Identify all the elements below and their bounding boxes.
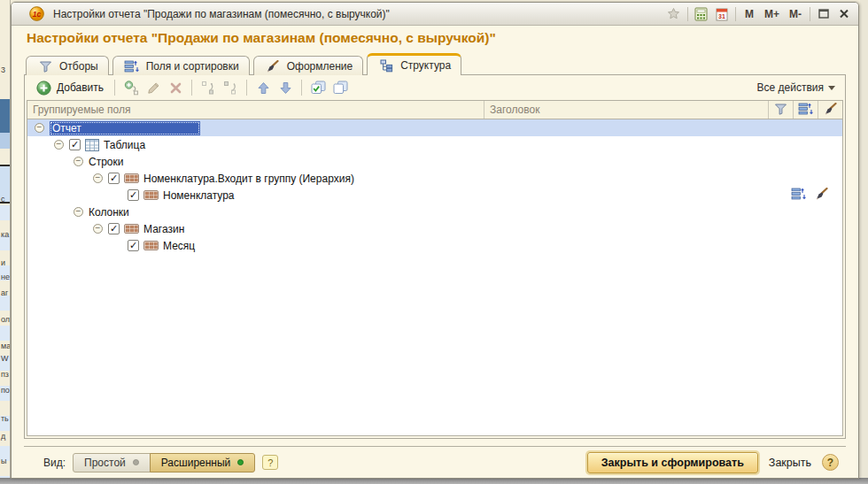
help-button[interactable]: ? xyxy=(822,454,839,471)
calendar-icon[interactable]: 31 xyxy=(715,6,729,22)
view-extended-button[interactable]: Расширенный xyxy=(150,453,256,472)
background-text-fragment: не xyxy=(1,273,10,281)
column-header-appearance xyxy=(818,101,842,119)
tree-row-label: Строки xyxy=(89,156,123,168)
field-icon xyxy=(124,173,139,183)
expander-icon[interactable]: − xyxy=(74,157,83,166)
tree-row[interactable]: −✓Магазин xyxy=(27,220,842,237)
expander-icon[interactable]: − xyxy=(93,224,103,234)
window-titlebar: 1с Настройки отчета "Продажи по магазина… xyxy=(12,3,858,26)
tree-row[interactable]: −✓Месяц xyxy=(27,237,842,254)
tree-row-label: Отчет xyxy=(50,121,200,135)
checkbox[interactable]: ✓ xyxy=(128,240,139,251)
titlebar-separator xyxy=(810,7,810,21)
add-button-label: Добавить xyxy=(57,81,104,94)
svg-text:31: 31 xyxy=(718,12,725,19)
1c-app-icon[interactable]: 1с xyxy=(29,6,44,21)
tab-bar: Отборы Поля и сортировки Оформление Стру… xyxy=(26,54,461,75)
view-simple-button[interactable]: Простой xyxy=(73,453,151,472)
background-text-fragment: ть xyxy=(1,414,9,423)
footer-bar: Вид: Простой Расширенный ? Закрыть и сфо… xyxy=(24,446,846,478)
footer-actions: Закрыть и сформировать Закрыть ? xyxy=(587,452,846,473)
toolbar-separator xyxy=(301,80,302,96)
background-right-strip xyxy=(860,0,868,478)
field-icon xyxy=(143,241,159,250)
green-dot-icon xyxy=(237,459,244,465)
close-icon[interactable] xyxy=(837,6,851,22)
window-title: Настройки отчета "Продажи по магазинам (… xyxy=(53,8,390,20)
titlebar-separator xyxy=(735,7,736,21)
expander-icon[interactable]: − xyxy=(74,207,83,217)
tree-row[interactable]: −✓Номенклатура xyxy=(27,187,842,204)
tree-row[interactable]: −Строки xyxy=(27,153,842,170)
tab-fields-sorting[interactable]: Поля и сортировки xyxy=(112,56,250,75)
tab-appearance[interactable]: Оформление xyxy=(253,56,363,75)
delete-icon[interactable] xyxy=(167,79,184,96)
tab-selections[interactable]: Отборы xyxy=(26,56,109,75)
column-header-sorting xyxy=(793,101,818,119)
background-band xyxy=(0,133,11,149)
row-settings-icons xyxy=(791,187,828,204)
report-settings-window: 1с Настройки отчета "Продажи по магазина… xyxy=(11,2,859,479)
tab-label: Структура xyxy=(400,59,451,72)
sort-fields-icon xyxy=(123,58,141,75)
field-icon xyxy=(143,190,159,200)
favorites-star-icon[interactable] xyxy=(667,6,681,22)
checkbox[interactable]: ✓ xyxy=(108,223,120,234)
add-group-icon[interactable] xyxy=(122,79,140,96)
tree-row[interactable]: −Колонки xyxy=(27,204,842,220)
background-bottom-strip xyxy=(0,478,868,484)
checkbox[interactable]: ✓ xyxy=(69,139,81,150)
expander-icon[interactable]: − xyxy=(35,123,44,133)
all-actions-button[interactable]: Все действия xyxy=(757,81,839,94)
uncheck-all-icon[interactable] xyxy=(331,79,349,96)
tab-label: Поля и сортировки xyxy=(146,60,239,73)
background-text-fragment: по xyxy=(1,386,10,395)
expander-icon[interactable]: − xyxy=(54,140,64,150)
checkbox[interactable]: ✓ xyxy=(128,189,139,201)
funnel-icon xyxy=(36,58,54,75)
calculator-icon[interactable] xyxy=(694,6,709,22)
checkbox[interactable]: ✓ xyxy=(108,173,120,184)
screen: 3cкаинеаголмаWпзпотьды 1с Настройки отче… xyxy=(0,0,868,484)
toolbar-separator xyxy=(114,80,115,96)
structure-grid: Группируемые поля Заголовок −Отчет−✓Табл… xyxy=(27,100,843,436)
close-button[interactable]: Закрыть xyxy=(769,457,811,469)
tree-row[interactable]: −✓Таблица xyxy=(27,136,842,153)
tree-row-label: Колонки xyxy=(89,206,129,219)
check-all-icon[interactable] xyxy=(309,79,327,96)
chevron-down-icon xyxy=(828,86,835,90)
expander-icon[interactable]: − xyxy=(93,173,103,183)
svg-text:1с: 1с xyxy=(33,10,42,19)
add-button[interactable]: Добавить xyxy=(31,77,107,98)
tree-row-label: Номенклатура xyxy=(163,189,235,202)
structure-icon xyxy=(377,57,395,74)
memory-button[interactable]: M xyxy=(742,6,756,22)
background-text-fragment: д xyxy=(1,432,5,441)
move-out-group-icon[interactable] xyxy=(221,79,239,96)
background-text-fragment: пз xyxy=(1,370,9,379)
gray-dot-icon xyxy=(133,459,139,465)
tab-structure[interactable]: Структура xyxy=(367,53,461,75)
close-and-generate-button[interactable]: Закрыть и сформировать xyxy=(587,452,758,473)
sort-fields-icon xyxy=(798,103,813,118)
tree-row[interactable]: −Отчет xyxy=(27,119,842,136)
tree-row[interactable]: −✓Номенклатура.Входит в группу (Иерархия… xyxy=(27,170,842,187)
background-text-fragment: аг xyxy=(1,288,8,297)
brush-icon xyxy=(264,58,282,75)
tree-row-label: Номенклатура.Входит в группу (Иерархия) xyxy=(143,173,354,185)
move-into-group-icon[interactable] xyxy=(199,79,217,96)
move-down-icon[interactable] xyxy=(276,79,294,96)
move-up-icon[interactable] xyxy=(254,79,272,96)
tab-label: Оформление xyxy=(287,60,353,73)
memory-plus-button[interactable]: M+ xyxy=(763,6,781,22)
background-text-fragment: ма xyxy=(1,342,11,350)
tree-row-label: Таблица xyxy=(104,139,145,151)
view-help-button[interactable]: ? xyxy=(262,455,278,470)
tree-row-label: Месяц xyxy=(163,240,195,252)
memory-minus-button[interactable]: M- xyxy=(787,6,803,22)
maximize-icon[interactable] xyxy=(817,6,831,22)
titlebar-buttons: 31 M M+ M- xyxy=(667,6,851,22)
edit-icon[interactable] xyxy=(144,79,162,96)
toolbar-separator xyxy=(191,80,192,96)
